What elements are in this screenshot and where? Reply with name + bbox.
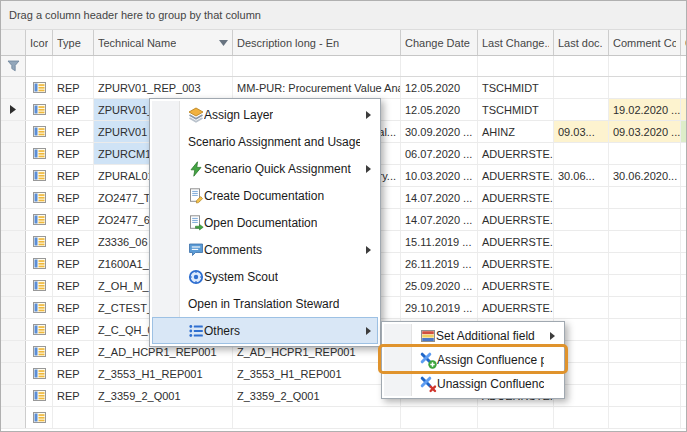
cell-type[interactable]: REP (53, 77, 94, 98)
cell-type[interactable]: REP (53, 231, 94, 252)
cell-change-date[interactable]: 06.07.2020 ... (401, 143, 478, 164)
cell-comment[interactable] (609, 319, 681, 340)
row-indicator[interactable] (1, 363, 26, 384)
filter-cell-type[interactable] (53, 56, 94, 76)
filter-cell-icon[interactable] (26, 56, 53, 76)
row-indicator[interactable] (1, 143, 26, 164)
row-indicator[interactable] (1, 341, 26, 362)
menu-item-scenario-quick-assignment[interactable]: Scenario Quick Assignment (152, 155, 378, 182)
cell-comment[interactable] (609, 77, 681, 98)
cell-last-doc[interactable] (554, 275, 609, 296)
cell-type[interactable]: REP (53, 209, 94, 230)
column-header-type[interactable]: Type (53, 30, 94, 55)
cell-type[interactable]: REP (53, 385, 94, 406)
cell-comment[interactable] (609, 341, 681, 362)
cell-comment[interactable] (609, 385, 681, 406)
cell-description[interactable]: Z_3553_H1_REP001 (233, 363, 401, 384)
menu-item-open-in-translation-steward[interactable]: Open in Translation Steward (152, 290, 378, 317)
cell-comment[interactable] (609, 363, 681, 384)
cell-extra[interactable] (681, 297, 687, 318)
cell-type[interactable]: REP (53, 187, 94, 208)
cell-comment[interactable] (609, 253, 681, 274)
row-indicator[interactable] (1, 407, 26, 428)
column-header-date[interactable]: Change Date (401, 30, 478, 55)
cell-extra[interactable] (681, 77, 687, 98)
cell-comment[interactable] (609, 209, 681, 230)
filter-cell-last_change[interactable] (478, 56, 554, 76)
row-indicator[interactable] (1, 121, 26, 142)
cell-description[interactable]: Z_3359_2_Q001 (233, 385, 401, 406)
cell-type[interactable]: REP (53, 275, 94, 296)
cell-last-change[interactable]: TSCHMIDT (478, 99, 554, 120)
cell-comment[interactable] (609, 407, 681, 428)
table-row[interactable]: REPZPURV01_REP_003MM-PUR: Procurement Va… (1, 77, 686, 99)
cell-last-change[interactable]: AHINZ (478, 121, 554, 142)
row-indicator[interactable] (1, 231, 26, 252)
cell-change-date[interactable]: 12.05.2020 (401, 77, 478, 98)
cell-last-change[interactable]: TSCHMIDT (478, 77, 554, 98)
table-row[interactable] (1, 407, 686, 429)
cell-change-date[interactable]: 10.03.2020 ... (401, 165, 478, 186)
filter-cell-date[interactable] (401, 56, 478, 76)
row-indicator[interactable] (1, 187, 26, 208)
cell-type[interactable]: REP (53, 99, 94, 120)
cell-last-doc[interactable] (554, 77, 609, 98)
cell-icon[interactable] (26, 341, 53, 362)
cell-type[interactable]: REP (53, 297, 94, 318)
cell-comment[interactable]: 09.03.2020 ... (609, 121, 681, 142)
cell-icon[interactable] (26, 253, 53, 274)
cell-change-date[interactable]: 14.07.2020 ... (401, 209, 478, 230)
cell-comment[interactable] (609, 143, 681, 164)
cell-type[interactable]: REP (53, 319, 94, 340)
menu-item-set-additional-field[interactable]: Set Additional field (384, 324, 562, 348)
table-row[interactable]: REPZ_3553_H1_REP001Z_3553_H1_REP001 (1, 363, 686, 385)
cell-change-date[interactable]: 29.10.2019 ... (401, 297, 478, 318)
cell-description[interactable]: MM-PUR: Procurement Value Anal... (233, 77, 401, 98)
cell-icon[interactable] (26, 385, 53, 406)
row-indicator[interactable] (1, 77, 26, 98)
cell-last-doc[interactable] (554, 407, 609, 428)
cell-type[interactable]: REP (53, 165, 94, 186)
cell-extra[interactable] (681, 341, 687, 362)
cell-last-change[interactable]: ADUERRSTE... (478, 231, 554, 252)
cell-comment[interactable]: 30.06.2020... (609, 165, 681, 186)
cell-extra[interactable] (681, 363, 687, 384)
cell-extra[interactable] (681, 275, 687, 296)
cell-technical-name[interactable]: ZPURV01_REP_003 (94, 77, 233, 98)
cell-icon[interactable] (26, 77, 53, 98)
cell-extra[interactable] (681, 253, 687, 274)
cell-type[interactable] (53, 407, 94, 428)
column-header-extra[interactable]: C (681, 30, 687, 55)
filter-cell-extra[interactable] (681, 56, 687, 76)
menu-item-comments[interactable]: Comments (152, 236, 378, 263)
cell-technical-name[interactable]: Z_3359_2_Q001 (94, 385, 233, 406)
cell-last-change[interactable]: ADUERRSTE... (478, 253, 554, 274)
menu-item-scenario-assignment-and-usage[interactable]: Scenario Assignment and Usage (152, 128, 378, 155)
cell-extra[interactable] (681, 121, 687, 142)
cell-last-doc[interactable] (554, 99, 609, 120)
cell-extra[interactable] (681, 187, 687, 208)
cell-type[interactable]: REP (53, 341, 94, 362)
menu-item-assign-confluence-page[interactable]: Assign Confluence page (384, 348, 562, 372)
column-header-last_doc[interactable]: Last doc. (554, 30, 609, 55)
menu-item-create-documentation[interactable]: Create Documentation (152, 182, 378, 209)
cell-extra[interactable] (681, 407, 687, 428)
cell-last-doc[interactable]: 30.06... (554, 165, 609, 186)
row-indicator[interactable] (1, 297, 26, 318)
group-by-panel[interactable]: Drag a column header here to group by th… (1, 1, 686, 30)
cell-extra[interactable] (681, 165, 687, 186)
cell-icon[interactable] (26, 165, 53, 186)
cell-comment[interactable] (609, 297, 681, 318)
menu-item-system-scout[interactable]: System Scout (152, 263, 378, 290)
menu-item-unassign-confluence-page[interactable]: Unassign Confluence page (384, 372, 562, 396)
cell-change-date[interactable]: 12.05.2020 (401, 99, 478, 120)
cell-change-date[interactable]: 26.11.2019 ... (401, 253, 478, 274)
cell-last-doc[interactable] (554, 231, 609, 252)
menu-item-open-documentation[interactable]: Open Documentation (152, 209, 378, 236)
cell-comment[interactable] (609, 231, 681, 252)
cell-extra[interactable] (681, 209, 687, 230)
cell-last-doc[interactable]: 09.03... (554, 121, 609, 142)
menu-item-others[interactable]: Others (152, 317, 378, 344)
row-indicator[interactable] (1, 319, 26, 340)
cell-last-change[interactable] (478, 407, 554, 428)
